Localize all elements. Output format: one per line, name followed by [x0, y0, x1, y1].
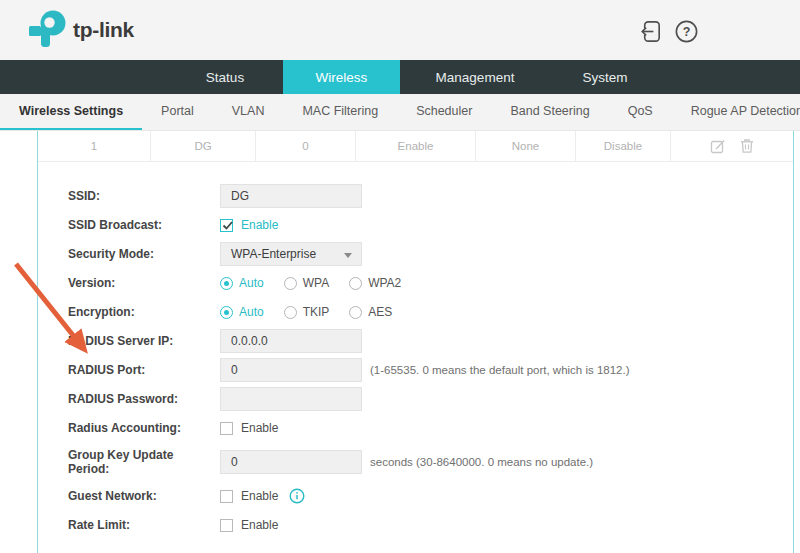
form-row-security-mode: Security Mode: WPA-Enterprise [68, 242, 793, 266]
radius-server-ip-label: RADIUS Server IP: [68, 334, 193, 348]
radius-port-hint: (1-65535. 0 means the default port, whic… [370, 364, 630, 376]
radius-password-input[interactable] [220, 387, 362, 411]
table-row[interactable]: 1 DG 0 Enable None Disable [38, 131, 793, 162]
version-radio-group: Auto WPA WPA2 [220, 276, 421, 290]
encryption-radio-aes[interactable]: AES [349, 305, 392, 319]
nav-tab-wireless[interactable]: Wireless [283, 60, 400, 94]
row-cell-id: 1 [38, 131, 151, 161]
subtab-wireless-settings[interactable]: Wireless Settings [0, 94, 142, 131]
guest-network-enable-label: Enable [241, 489, 278, 503]
radius-accounting-checkbox[interactable] [220, 422, 233, 435]
subtab-rogue-ap-detection[interactable]: Rogue AP Detection [672, 94, 800, 131]
ssid-broadcast-enable-label: Enable [241, 218, 278, 232]
security-mode-label: Security Mode: [68, 247, 193, 261]
form-row-radius-port: RADIUS Port: (1-65535. 0 means the defau… [68, 358, 793, 382]
guest-network-label: Guest Network: [68, 489, 193, 503]
brand-name: tp-link [73, 18, 134, 42]
info-icon[interactable] [289, 488, 305, 504]
subtab-band-steering[interactable]: Band Steering [491, 94, 608, 131]
radio-icon [220, 277, 233, 290]
encryption-radio-group: Auto TKIP AES [220, 305, 412, 319]
form-row-radius-password: RADIUS Password: [68, 387, 793, 411]
form-row-rate-limit: Rate Limit: Enable [68, 513, 793, 537]
group-key-update-hint: seconds (30-8640000. 0 means no update.) [370, 456, 593, 468]
version-radio-wpa[interactable]: WPA [284, 276, 329, 290]
ssid-broadcast-checkbox[interactable] [220, 219, 233, 232]
nav-tab-management[interactable]: Management [410, 60, 540, 94]
radius-accounting-enable-label: Enable [241, 421, 278, 435]
row-cell-portal: Disable [576, 131, 671, 161]
radio-icon [349, 277, 362, 290]
row-cell-actions [671, 131, 793, 161]
top-header: tp-link ? [0, 0, 800, 60]
version-label: Version: [68, 276, 193, 290]
logout-icon[interactable] [637, 18, 664, 45]
nav-tab-system[interactable]: System [550, 60, 660, 94]
form-row-ssid: SSID: [68, 184, 793, 208]
form-row-encryption: Encryption: Auto TKIP AES [68, 300, 793, 324]
guest-network-checkbox[interactable] [220, 490, 233, 503]
radius-port-input[interactable] [220, 358, 362, 382]
form-row-ssid-broadcast: SSID Broadcast: Enable [68, 213, 793, 237]
radio-icon [284, 277, 297, 290]
rate-limit-checkbox[interactable] [220, 519, 233, 532]
form-row-group-key-update: Group Key Update Period: seconds (30-864… [68, 445, 793, 479]
row-cell-ssid-broadcast: Enable [356, 131, 476, 161]
radius-server-ip-input[interactable] [220, 329, 362, 353]
row-cell-security: None [476, 131, 576, 161]
encryption-radio-auto[interactable]: Auto [220, 305, 264, 319]
page: tp-link ? Status Wireless Management Sys… [0, 0, 800, 553]
radius-password-label: RADIUS Password: [68, 392, 193, 406]
form-row-guest-network: Guest Network: Enable [68, 484, 793, 508]
group-key-update-label: Group Key Update Period: [68, 448, 193, 476]
ssid-edit-form: SSID: SSID Broadcast: Enable Security Mo… [38, 162, 793, 537]
chevron-down-icon [344, 253, 352, 258]
nav-tab-status[interactable]: Status [180, 60, 270, 94]
version-radio-wpa2[interactable]: WPA2 [349, 276, 401, 290]
form-row-radius-server-ip: RADIUS Server IP: [68, 329, 793, 353]
encryption-label: Encryption: [68, 305, 193, 319]
version-radio-auto[interactable]: Auto [220, 276, 264, 290]
radio-icon [284, 306, 297, 319]
subtab-qos[interactable]: QoS [609, 94, 672, 131]
subtab-portal[interactable]: Portal [142, 94, 213, 131]
rate-limit-label: Rate Limit: [68, 518, 193, 532]
radius-port-label: RADIUS Port: [68, 363, 193, 377]
trash-icon[interactable] [739, 138, 755, 154]
subtab-mac-filtering[interactable]: MAC Filtering [283, 94, 397, 131]
subtab-vlan[interactable]: VLAN [213, 94, 284, 131]
security-mode-value: WPA-Enterprise [231, 247, 316, 261]
tp-link-logo-icon [28, 9, 68, 51]
form-row-radius-accounting: Radius Accounting: Enable [68, 416, 793, 440]
security-mode-select[interactable]: WPA-Enterprise [220, 242, 362, 266]
radius-accounting-label: Radius Accounting: [68, 421, 193, 435]
ssid-input[interactable] [220, 184, 362, 208]
row-cell-vlan: 0 [256, 131, 356, 161]
wireless-subnav: Wireless Settings Portal VLAN MAC Filter… [0, 94, 800, 131]
help-icon[interactable]: ? [673, 18, 700, 45]
encryption-radio-tkip[interactable]: TKIP [284, 305, 330, 319]
radio-icon [220, 306, 233, 319]
radio-icon [349, 306, 362, 319]
ssid-broadcast-label: SSID Broadcast: [68, 218, 193, 232]
edit-icon[interactable] [710, 138, 726, 154]
group-key-update-input[interactable] [220, 450, 362, 474]
rate-limit-enable-label: Enable [241, 518, 278, 532]
ssid-label: SSID: [68, 189, 193, 203]
svg-text:?: ? [683, 25, 691, 39]
subtab-scheduler[interactable]: Scheduler [397, 94, 491, 131]
ssid-detail-panel: 1 DG 0 Enable None Disable [37, 131, 794, 553]
main-nav: Status Wireless Management System [0, 60, 800, 94]
form-row-version: Version: Auto WPA WPA2 [68, 271, 793, 295]
row-cell-ssid: DG [151, 131, 256, 161]
